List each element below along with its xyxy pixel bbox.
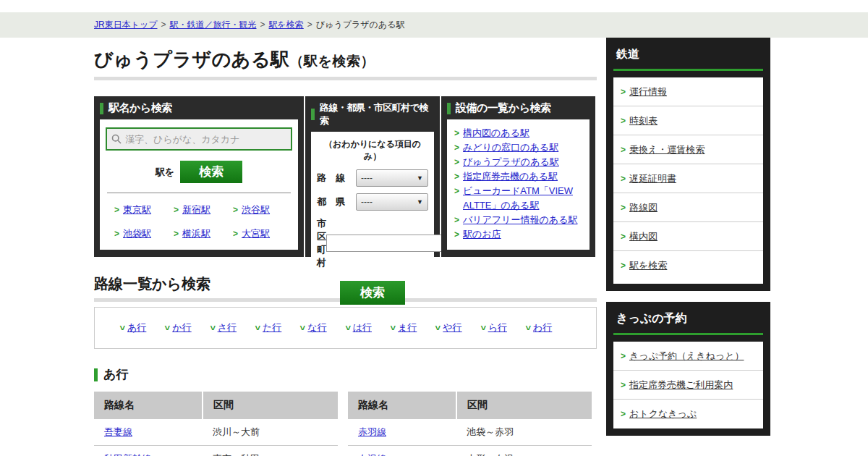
line-link-akita-shinkansen[interactable]: 秋田新幹線 (104, 453, 151, 456)
chevron-down-icon: > (522, 325, 532, 330)
chevron-right-icon: > (454, 213, 459, 227)
line-link-agatsuma[interactable]: 吾妻線 (104, 426, 132, 437)
chevron-right-icon: > (233, 205, 238, 215)
breadcrumb-current: びゅうプラザのある駅 (316, 20, 405, 30)
breadcrumb-separator: > (260, 20, 265, 30)
station-link-omiya[interactable]: >大宮駅 (233, 221, 292, 245)
table-row: 左沢線 山形～左沢 (348, 446, 592, 456)
facility-link-station-map[interactable]: >構内図のある駅 (454, 126, 585, 140)
station-link-shinjuku[interactable]: >新宿駅 (174, 198, 233, 221)
eki-wo-label: 駅を (156, 166, 174, 179)
sidebar-item-route-map[interactable]: >路線図 (613, 193, 763, 222)
station-name-search-box (106, 127, 292, 151)
sidebar-item-ekinet-reservation[interactable]: >きっぷ予約（えきねっと） (613, 342, 763, 371)
facility-link-midori-window[interactable]: >みどりの窓口のある駅 (454, 140, 585, 155)
line-link-akabane[interactable]: 赤羽線 (358, 426, 386, 437)
station-name-input[interactable] (125, 134, 286, 145)
green-bar-icon (94, 368, 98, 381)
breadcrumb-separator: > (307, 20, 312, 30)
sidebar-item-transfer-fare[interactable]: >乗換え・運賃検索 (613, 135, 763, 164)
sidebar-item-train-status[interactable]: >運行情報 (613, 77, 763, 106)
chevron-right-icon: > (621, 203, 626, 213)
area-search-button[interactable]: 検索 (340, 281, 405, 305)
chevron-down-icon: > (207, 325, 217, 330)
panel-title: 駅名から検索 (109, 101, 172, 115)
kana-link-ra[interactable]: >ら行 (480, 321, 507, 334)
facility-link-ticket-machine[interactable]: >指定席券売機のある駅 (454, 169, 585, 184)
chevron-right-icon: > (621, 87, 626, 97)
kana-link-na[interactable]: >な行 (299, 321, 326, 334)
chevron-down-icon: > (477, 325, 488, 330)
panel-title: 設備の一覧から検索 (456, 101, 551, 115)
sidebar-item-timetable[interactable]: >時刻表 (613, 106, 763, 135)
sidebar-item-station-search[interactable]: >駅を検索 (613, 251, 763, 280)
line-link-aterazawa[interactable]: 左沢線 (358, 453, 386, 456)
breadcrumb-link-station-search[interactable]: 駅を検索 (269, 20, 304, 30)
chevron-down-icon: > (117, 325, 127, 330)
kana-link-wa[interactable]: >わ行 (525, 321, 552, 334)
kana-group-nav: >あ行 >か行 >さ行 >た行 >な行 >は行 >ま行 >や行 >ら行 >わ行 (94, 307, 597, 349)
kana-link-ka[interactable]: >か行 (164, 321, 191, 334)
panel-divider (107, 193, 291, 193)
select-arrow-icon: ▼ (417, 174, 423, 182)
kana-link-ta[interactable]: >た行 (255, 321, 281, 334)
kana-link-a[interactable]: >あ行 (119, 321, 146, 334)
sidebar-item-station-map[interactable]: >構内図 (613, 222, 763, 251)
sidebar-item-value-tickets[interactable]: >おトクなきっぷ (613, 400, 763, 428)
table-row: 赤羽線 池袋～赤羽 (348, 419, 592, 446)
chevron-right-icon: > (114, 229, 119, 239)
sidebar-section-ticket-reservation: きっぷの予約 >きっぷ予約（えきねっと） >指定席券売機ご利用案内 >おトクなき… (606, 302, 770, 436)
line-select-label: 路 線 (317, 172, 356, 185)
chevron-right-icon: > (454, 140, 459, 155)
facility-link-barrier-free[interactable]: >バリアフリー情報のある駅 (454, 213, 585, 227)
station-link-tokyo[interactable]: >東京駅 (114, 198, 174, 221)
station-search-button[interactable]: 検索 (180, 161, 242, 183)
chevron-down-icon: > (433, 325, 443, 330)
line-select[interactable]: ---- ▼ (356, 169, 428, 187)
chevron-down-icon: > (252, 325, 262, 330)
line-section-value: 池袋～赤羽 (456, 419, 592, 446)
breadcrumb-link-station-rail[interactable]: 駅・鉄道／旅行・観光 (170, 20, 257, 30)
sidebar-section-title: 鉄道 (613, 46, 763, 69)
station-link-shibuya[interactable]: >渋谷駅 (233, 198, 292, 221)
chevron-right-icon: > (621, 409, 626, 419)
chevron-right-icon: > (621, 380, 626, 390)
facility-link-view-atm[interactable]: >ビューカードATM「VIEW ALTTE」のある駅 (454, 184, 585, 213)
column-header-section: 区間 (203, 392, 338, 419)
kana-link-sa[interactable]: >さ行 (210, 321, 237, 334)
green-bar-icon (447, 103, 451, 114)
breadcrumb-separator: > (161, 20, 166, 30)
table-row: 吾妻線 渋川～大前 (94, 419, 338, 446)
chevron-right-icon: > (233, 229, 238, 239)
sidebar-item-ticket-machine-guide[interactable]: >指定席券売機ご利用案内 (613, 371, 763, 400)
chevron-right-icon: > (621, 351, 626, 361)
page-title-suffix: （駅を検索） (289, 54, 374, 69)
panel-station-name-search: 駅名から検索 駅を 検索 >東京駅 >新宿駅 >渋谷駅 (94, 96, 304, 257)
chevron-right-icon: > (454, 184, 459, 198)
breadcrumb-link-home[interactable]: JR東日本トップ (94, 20, 158, 30)
sidebar-section-title: きっぷの予約 (613, 310, 763, 333)
facility-link-view-plaza[interactable]: >びゅうプラザのある駅 (454, 155, 585, 169)
kana-link-ya[interactable]: >や行 (435, 321, 461, 334)
chevron-right-icon: > (174, 229, 179, 239)
kana-link-ma[interactable]: >ま行 (390, 321, 417, 334)
chevron-down-icon: > (342, 325, 352, 330)
title-divider (94, 77, 597, 80)
sidebar-item-delay-certificate[interactable]: >遅延証明書 (613, 164, 763, 193)
kana-link-ha[interactable]: >は行 (345, 321, 372, 334)
column-header-line: 路線名 (348, 392, 456, 419)
station-link-ikebukuro[interactable]: >池袋駅 (114, 221, 174, 245)
chevron-down-icon: > (297, 325, 307, 330)
panel-line-area-search: 路線・都県・市区町村で検索 （おわかりになる項目のみ） 路 線 ---- ▼ 都… (305, 96, 440, 257)
station-link-yokohama[interactable]: >横浜駅 (174, 221, 233, 245)
chevron-right-icon: > (621, 145, 626, 155)
facility-link-station-shops[interactable]: >駅のお店 (454, 227, 585, 242)
chevron-right-icon: > (454, 227, 459, 242)
chevron-right-icon: > (114, 205, 119, 215)
sidebar-section-railway: 鉄道 >運行情報 >時刻表 >乗換え・運賃検索 >遅延証明書 >路線図 >構内図… (606, 38, 770, 291)
only-known-items-note: （おわかりになる項目のみ） (317, 138, 428, 163)
prefecture-select[interactable]: ---- ▼ (356, 193, 428, 211)
page-title: びゅうプラザのある駅（駅を検索） (94, 47, 597, 72)
chevron-down-icon: > (387, 325, 397, 330)
chevron-right-icon: > (454, 155, 459, 169)
